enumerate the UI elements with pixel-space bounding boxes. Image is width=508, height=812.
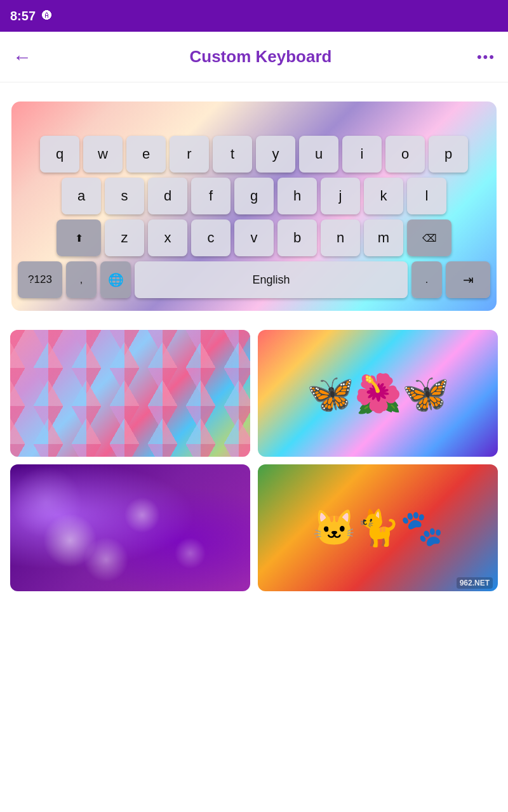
key-q[interactable]: q bbox=[40, 136, 79, 173]
key-t[interactable]: t bbox=[213, 136, 252, 173]
key-d[interactable]: d bbox=[148, 178, 187, 214]
watermark-label: 962.NET bbox=[457, 577, 493, 589]
theme-item-geo-triangles[interactable] bbox=[10, 330, 250, 457]
theme-gallery: 962.NET bbox=[0, 324, 508, 598]
key-v[interactable]: v bbox=[234, 219, 274, 256]
keyboard-row-3: ⬆ z x c v b n m ⌫ bbox=[18, 219, 490, 256]
top-bar: ← Custom Keyboard ••• bbox=[0, 32, 508, 82]
key-i[interactable]: i bbox=[342, 136, 382, 173]
status-bar: 8:57 🅐 bbox=[0, 0, 508, 32]
key-g[interactable]: g bbox=[234, 178, 274, 214]
keyboard-row-4: ?123 , 🌐 English . ⇥ bbox=[18, 261, 490, 298]
key-m[interactable]: m bbox=[364, 219, 403, 256]
back-button[interactable]: ← bbox=[13, 46, 32, 68]
key-k[interactable]: k bbox=[364, 178, 403, 214]
key-backspace[interactable]: ⌫ bbox=[407, 219, 451, 256]
key-x[interactable]: x bbox=[148, 219, 187, 256]
key-numbers[interactable]: ?123 bbox=[18, 261, 62, 298]
key-comma[interactable]: , bbox=[66, 261, 97, 298]
status-time: 8:57 bbox=[10, 9, 36, 23]
keyboard-row-1: q w e r t y u i o p bbox=[18, 136, 490, 173]
key-n[interactable]: n bbox=[321, 219, 360, 256]
key-u[interactable]: u bbox=[299, 136, 338, 173]
key-r[interactable]: r bbox=[170, 136, 209, 173]
keyboard-keys-container: q w e r t y u i o p a s d f g h j k l ⬆ … bbox=[11, 129, 497, 311]
theme-item-butterfly[interactable] bbox=[258, 330, 498, 457]
key-j[interactable]: j bbox=[321, 178, 360, 214]
key-tab[interactable]: ⇥ bbox=[446, 261, 490, 298]
key-s[interactable]: s bbox=[105, 178, 144, 214]
key-z[interactable]: z bbox=[105, 219, 144, 256]
key-h[interactable]: h bbox=[277, 178, 317, 214]
theme-item-cartoon-cats[interactable]: 962.NET bbox=[258, 464, 498, 591]
key-a[interactable]: a bbox=[62, 178, 101, 214]
keyboard-preview: q w e r t y u i o p a s d f g h j k l ⬆ … bbox=[11, 102, 497, 311]
key-p[interactable]: p bbox=[429, 136, 468, 173]
key-o[interactable]: o bbox=[385, 136, 425, 173]
key-f[interactable]: f bbox=[191, 178, 231, 214]
theme-item-bokeh-purple[interactable] bbox=[10, 464, 250, 591]
key-shift[interactable]: ⬆ bbox=[57, 219, 101, 256]
key-globe[interactable]: 🌐 bbox=[100, 261, 131, 298]
more-options-button[interactable]: ••• bbox=[477, 49, 495, 65]
page-title: Custom Keyboard bbox=[44, 47, 477, 67]
key-e[interactable]: e bbox=[126, 136, 166, 173]
keyboard-row-2: a s d f g h j k l bbox=[18, 178, 490, 214]
key-w[interactable]: w bbox=[83, 136, 123, 173]
key-b[interactable]: b bbox=[277, 219, 317, 256]
status-icon-a: 🅐 bbox=[42, 10, 52, 22]
key-space[interactable]: English bbox=[135, 261, 408, 298]
key-l[interactable]: l bbox=[407, 178, 446, 214]
key-period[interactable]: . bbox=[411, 261, 442, 298]
key-c[interactable]: c bbox=[191, 219, 231, 256]
key-y[interactable]: y bbox=[256, 136, 295, 173]
